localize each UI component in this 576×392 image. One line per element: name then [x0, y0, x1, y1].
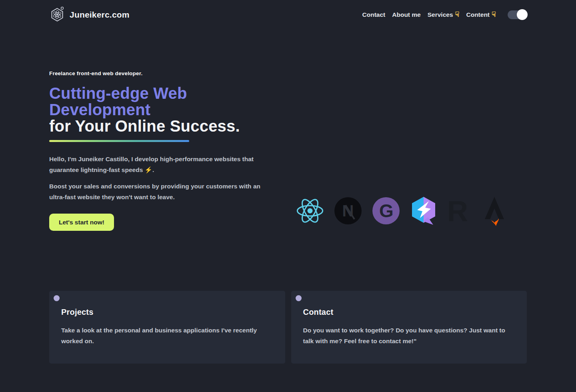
gradient-underline — [49, 140, 189, 142]
astro-logo-icon — [482, 196, 507, 226]
nav-contact[interactable]: Contact — [362, 11, 386, 18]
svg-text:G: G — [379, 200, 394, 221]
toggle-knob — [517, 9, 528, 20]
eyebrow: Freelance front-end web developer. — [49, 70, 279, 76]
brand-name: Juneikerc.com — [70, 10, 130, 20]
react-logo-icon — [296, 198, 324, 223]
nav-about-me[interactable]: About me — [392, 11, 420, 18]
projects-card-body: Take a look at the personal and business… — [61, 325, 273, 346]
hero-text-column: Freelance front-end web developer. Cutti… — [49, 70, 279, 231]
brand[interactable]: Juneikerc.com — [49, 6, 130, 23]
point-down-icon — [492, 11, 496, 18]
qwik-logo-icon — [410, 196, 437, 226]
main-nav: Contact About me Services Content — [362, 10, 527, 19]
projects-card-title: Projects — [61, 308, 273, 317]
tech-logos-row: N G R — [296, 196, 527, 226]
contact-card[interactable]: Contact Do you want to work together? Do… — [291, 291, 527, 364]
svg-text:N: N — [342, 202, 354, 220]
main-content: Freelance front-end web developer. Cutti… — [49, 70, 527, 364]
svg-text:R: R — [447, 197, 468, 224]
remix-logo-icon: R — [447, 197, 472, 224]
cards-section: Projects Take a look at the personal and… — [49, 291, 527, 364]
nav-content[interactable]: Content — [466, 11, 496, 18]
site-header: Juneikerc.com Contact About me Services … — [49, 0, 527, 24]
intro-paragraph: Hello, I'm Juneiker Castillo, I develop … — [49, 154, 265, 175]
card-dot — [54, 295, 60, 301]
lightning-bolt-icon — [145, 166, 152, 173]
theme-toggle[interactable] — [508, 10, 527, 19]
hero-title-rest: for Your Online Success. — [49, 118, 279, 134]
nextjs-logo-icon: N — [334, 197, 362, 225]
point-down-icon — [455, 11, 460, 18]
card-dot — [296, 295, 302, 301]
cta-button[interactable]: Let's start now! — [49, 214, 114, 231]
hero-title: Cutting-edge Web Development for Your On… — [49, 85, 279, 134]
hero-title-accent: Cutting-edge Web Development — [49, 85, 279, 118]
boost-paragraph: Boost your sales and conversions by prov… — [49, 181, 265, 202]
nav-services[interactable]: Services — [428, 11, 460, 18]
hero-section: Freelance front-end web developer. Cutti… — [49, 70, 527, 231]
site-logo-icon — [49, 6, 65, 23]
projects-card[interactable]: Projects Take a look at the personal and… — [49, 291, 285, 364]
contact-card-body: Do you want to work together? Do you hav… — [303, 325, 515, 346]
gatsby-logo-icon: G — [372, 197, 400, 225]
contact-card-title: Contact — [303, 308, 515, 317]
